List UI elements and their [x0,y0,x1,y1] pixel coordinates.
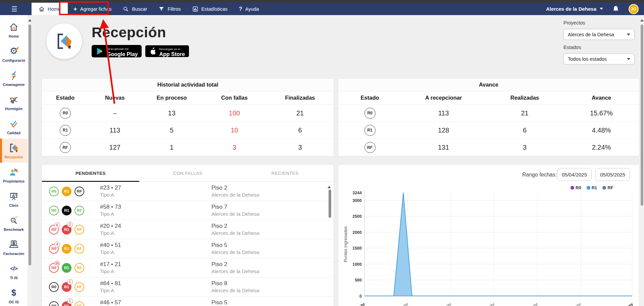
list-item[interactable]: R0 R11 RF #46 • 57Tipo A Piso 5Alerces d… [42,297,334,306]
ficha-proyecto: Alerces de la Dehesa [211,249,334,256]
ficha-code: #17 • 21 [100,261,211,268]
main-content: Recepción DESCARGAR ENGoogle Play Descár… [32,15,640,306]
ficha-tipo: Tipo A [100,268,211,275]
cell-finalizadas: 21 [266,109,334,117]
nav-filtros-label: Filtros [167,6,181,12]
sidebar-item-label: Home [9,34,19,38]
browser-top-strip [0,0,644,3]
scrollbar-thumb[interactable] [641,24,643,206]
cmanagement-logo-icon [8,70,19,81]
chevron-down-icon [600,8,603,11]
badge-rf: RF [75,187,84,196]
avatar[interactable]: JG [629,4,639,14]
list-item[interactable]: R035 R1 RF #17 • 21Tipo A Piso 2Alerces … [42,258,334,277]
ficha-piso: Piso 8 [211,280,334,287]
sidebar-item-recepcion[interactable]: Recepción [0,139,28,163]
tab-pendientes[interactable]: PENDIENTES [42,165,139,182]
project-menu[interactable]: Alerces de la Dehesa [546,6,603,12]
estado-badges: R0 R11 RF [49,282,100,292]
svg-text:2000: 2000 [352,230,362,235]
tab-recientes[interactable]: RECIENTES [236,165,334,182]
badge-r1: R1 [62,187,71,196]
invoice-laptop-icon: $ [8,239,19,250]
sidebar-item-cbox[interactable]: Cbox [0,187,28,211]
table-row: R0 113 21 15.67% [338,105,639,122]
cell-realizadas: 21 [486,109,564,117]
badge-r1: R11 [62,301,71,306]
ficha-piso: Piso 5 [211,242,334,249]
ficha-tipo: Tipo A [100,230,211,237]
list-item[interactable]: R04 R1 RF #40 • 51Tipo A Piso 5Alerces d… [42,239,334,258]
list-item[interactable]: R0 R11 RF #64 • 81Tipo A Piso 8Alerces d… [42,277,334,297]
ficha-tipo: Tipo A [100,287,211,294]
svg-text:15 abr: 15 abr [440,302,452,306]
historial-card: Historial actividad total Estado Nuevas … [42,78,334,156]
nav-home[interactable]: Home [32,3,68,15]
recepcion-logo-icon [54,32,74,51]
sidebar-item-facturacion[interactable]: $ Facturación [0,235,28,259]
column-header: Nuevas [89,95,141,101]
cell-con-fallas: 3 [202,144,266,151]
badge-r1: R1 [62,206,71,215]
search-icon [123,6,129,12]
ficha-proyecto: Alerces de la Dehesa [211,268,334,275]
svg-text:5 abr: 5 abr [355,302,366,306]
estado-badge-r0: R0 [60,108,71,119]
hamburger-menu-icon[interactable]: ☰ [11,5,17,13]
inner-vertical-scrollbar[interactable] [28,15,32,306]
column-header: Estado [42,95,89,101]
sidebar-item-propietarios[interactable]: Propietarios [0,163,28,187]
double-check-icon [8,118,19,129]
page-title: Recepción [92,24,166,41]
home-icon [39,6,45,12]
badge-rf: RF [75,301,84,306]
google-play-badge[interactable]: DESCARGAR ENGoogle Play [92,45,142,57]
notifications-bell-icon[interactable] [612,5,620,13]
date-to-input[interactable]: 05/05/2025 [595,168,630,181]
list-item[interactable]: R06 R12 RF #20 • 24Tipo A Piso 2Alerces … [42,220,334,239]
proyectos-select[interactable]: Alerces de la Dehesa [563,29,635,40]
tab-con-fallas[interactable]: CON FALLAS [139,165,237,182]
svg-text:20 abr: 20 abr [483,302,496,306]
historial-header-row: Estado Nuevas En proceso Con fallas Fina… [42,91,334,105]
home-icon [8,22,19,33]
scroll-up-arrow-icon[interactable] [28,17,32,21]
sidebar-item-benchmark[interactable]: Benchmark [0,211,28,235]
date-from-input[interactable]: 05/04/2025 [557,168,592,181]
proyectos-label: Proyectos [563,20,585,26]
sidebar-item-ti-is[interactable]: </> TI IS [0,259,28,284]
nav-estadisticas[interactable]: Estadísticas [187,3,233,15]
column-header: En proceso [141,95,202,101]
list-item[interactable]: R0 R1 RF #23 • 27Tipo A Piso 2Alerces de… [42,182,334,201]
estados-select[interactable]: Todos los estados [563,53,635,64]
sidebar-item-oc-is[interactable]: $ OC IS [0,284,28,306]
nav-buscar[interactable]: Buscar [117,3,153,15]
scroll-up-arrow-icon[interactable] [640,17,644,21]
sidebar-item-home[interactable]: Home [0,18,28,42]
cell-avance: 4.48% [564,126,639,134]
nav-estadisticas-label: Estadísticas [201,6,228,12]
sidebar-item-hormigon[interactable]: Hormigón [0,90,28,114]
scrollbar-thumb[interactable] [29,24,31,265]
list-scrollbar-thumb[interactable] [329,190,331,218]
page-vertical-scrollbar[interactable] [640,15,644,306]
nav-ayuda[interactable]: ? Ayuda [233,3,265,15]
sidebar-item-calidad[interactable]: Calidad [0,114,28,139]
project-menu-label: Alerces de la Dehesa [546,6,596,12]
ficha-code: #20 • 24 [100,222,211,230]
sidebar-item-configuracion[interactable]: ⚙ Configuració [0,42,28,66]
cell-en-proceso: 1 [141,144,202,151]
estados-select-value: Todos los estados [568,56,607,62]
historial-title: Historial actividad total [42,79,334,91]
estado-badges: R0 R11 RF [49,301,100,306]
google-play-icon [96,47,104,56]
nav-agregar-fichas[interactable]: + Agregar fichas [68,3,117,15]
svg-text:0: 0 [359,294,362,299]
list-item[interactable]: R0 R1 RF #58 • 73Tipo A Piso 7Alerces de… [42,201,334,220]
puntos-ingresados-chart: 05001000150020002500300032445 abr10 abr1… [342,188,637,306]
ficha-tipo: Tipo A [100,249,211,256]
scroll-up-arrow-icon[interactable] [328,184,331,188]
nav-filtros[interactable]: Filtros [153,3,186,15]
sidebar-item-cmanagement[interactable]: Cmanageme [0,66,28,90]
app-store-badge[interactable]: Descárgalo en elApp Store [145,45,189,57]
